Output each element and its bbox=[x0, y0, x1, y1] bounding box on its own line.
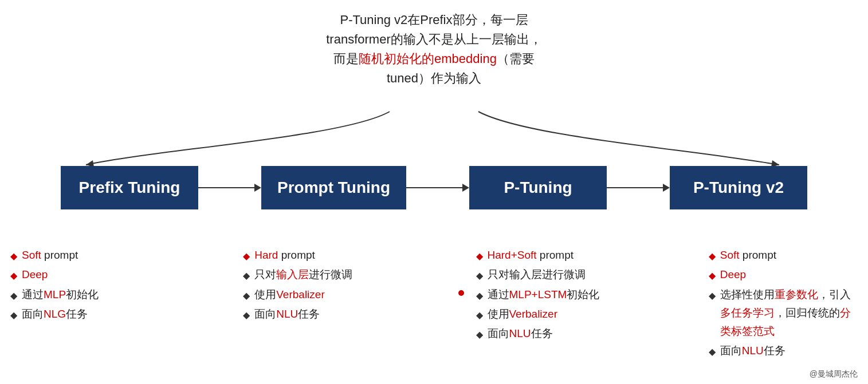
arrow-1 bbox=[198, 184, 261, 192]
col-p-tuning: ◆ Hard+Soft prompt ◆ 只对输入层进行微调 ◆ 通过MLP+L… bbox=[466, 240, 635, 367]
bullet-prefix-2: ◆ Deep bbox=[10, 266, 158, 284]
diamond-icon: ◆ bbox=[243, 288, 250, 303]
annotation-line2: transformer的输入不是从上一层输出， bbox=[314, 30, 555, 49]
box-prefix-tuning: Prefix Tuning bbox=[61, 166, 198, 209]
diamond-icon: ◆ bbox=[476, 307, 483, 323]
flow-row: Prefix Tuning Prompt Tuning P-Tuning P-T… bbox=[0, 166, 868, 209]
bullet-pt-3: ◆ 通过MLP+LSTM初始化 bbox=[476, 286, 624, 304]
svg-marker-0 bbox=[86, 160, 94, 166]
annotation-line3: 而是随机初始化的embedding（需要 bbox=[314, 49, 555, 69]
bullet-pt-5: ◆ 面向NLU任务 bbox=[476, 324, 624, 343]
diamond-icon: ◆ bbox=[476, 288, 483, 303]
diamond-icon: ◆ bbox=[476, 268, 483, 283]
svg-marker-1 bbox=[771, 160, 779, 166]
bullet-prefix-4: ◆ 面向NLG任务 bbox=[10, 305, 158, 323]
arrow-2 bbox=[406, 184, 469, 192]
diamond-icon: ◆ bbox=[243, 307, 250, 323]
annotation-box: P-Tuning v2在Prefix部分，每一层 transformer的输入不… bbox=[314, 10, 555, 88]
annotation-line4: tuned）作为输入 bbox=[314, 69, 555, 88]
main-container: P-Tuning v2在Prefix部分，每一层 transformer的输入不… bbox=[0, 0, 868, 384]
bullet-prompt-3: ◆ 使用Verbalizer bbox=[243, 286, 391, 304]
bullet-v2-1: ◆ Soft prompt bbox=[709, 246, 857, 264]
diamond-icon: ◆ bbox=[476, 248, 483, 264]
diamond-icon: ◆ bbox=[709, 248, 716, 264]
bullet-v2-4: ◆ 面向NLU任务 bbox=[709, 342, 857, 360]
bullet-pt-2: ◆ 只对输入层进行微调 bbox=[476, 266, 624, 284]
bullet-v2-3: ◆ 选择性使用重参数化，引入多任务学习，回归传统的分类标签范式 bbox=[709, 286, 857, 341]
bullet-prompt-1: ◆ Hard prompt bbox=[243, 246, 391, 264]
bullet-v2-2: ◆ Deep bbox=[709, 266, 857, 284]
diamond-icon: ◆ bbox=[10, 288, 17, 303]
diamond-icon: ◆ bbox=[10, 248, 17, 264]
diamond-icon: ◆ bbox=[709, 268, 716, 283]
bullets-row: ◆ Soft prompt ◆ Deep ◆ 通过MLP初始化 ◆ 面向NLG任… bbox=[0, 240, 868, 367]
watermark: @曼城周杰伦 bbox=[810, 369, 858, 379]
box-prompt-tuning: Prompt Tuning bbox=[261, 166, 406, 209]
bullet-pt-4: ◆ 使用Verbalizer bbox=[476, 305, 624, 323]
col-prefix-tuning: ◆ Soft prompt ◆ Deep ◆ 通过MLP初始化 ◆ 面向NLG任… bbox=[0, 240, 170, 367]
diamond-icon: ◆ bbox=[243, 268, 250, 283]
box-p-tuning: P-Tuning bbox=[469, 166, 607, 209]
bullet-pt-1: ◆ Hard+Soft prompt bbox=[476, 246, 624, 264]
diamond-icon: ◆ bbox=[709, 344, 716, 359]
bullet-prefix-3: ◆ 通过MLP初始化 bbox=[10, 286, 158, 304]
annotation-line1: P-Tuning v2在Prefix部分，每一层 bbox=[314, 10, 555, 30]
arrow-3 bbox=[607, 184, 670, 192]
bullet-prefix-1: ◆ Soft prompt bbox=[10, 246, 158, 264]
diamond-icon: ◆ bbox=[10, 268, 17, 283]
red-dot bbox=[458, 290, 464, 296]
diamond-icon: ◆ bbox=[243, 248, 250, 264]
diamond-icon: ◆ bbox=[10, 307, 17, 323]
bullet-prompt-2: ◆ 只对输入层进行微调 bbox=[243, 266, 391, 284]
col-prompt-tuning: ◆ Hard prompt ◆ 只对输入层进行微调 ◆ 使用Verbalizer… bbox=[233, 240, 402, 367]
bullet-prompt-4: ◆ 面向NLU任务 bbox=[243, 305, 391, 323]
box-p-tuning-v2: P-Tuning v2 bbox=[670, 166, 807, 209]
diamond-icon: ◆ bbox=[709, 288, 716, 303]
diamond-icon: ◆ bbox=[476, 327, 483, 342]
col-p-tuning-v2: ◆ Soft prompt ◆ Deep ◆ 选择性使用重参数化，引入多任务学习… bbox=[698, 240, 868, 367]
annotation-highlight: 随机初始化的embedding bbox=[359, 52, 497, 66]
